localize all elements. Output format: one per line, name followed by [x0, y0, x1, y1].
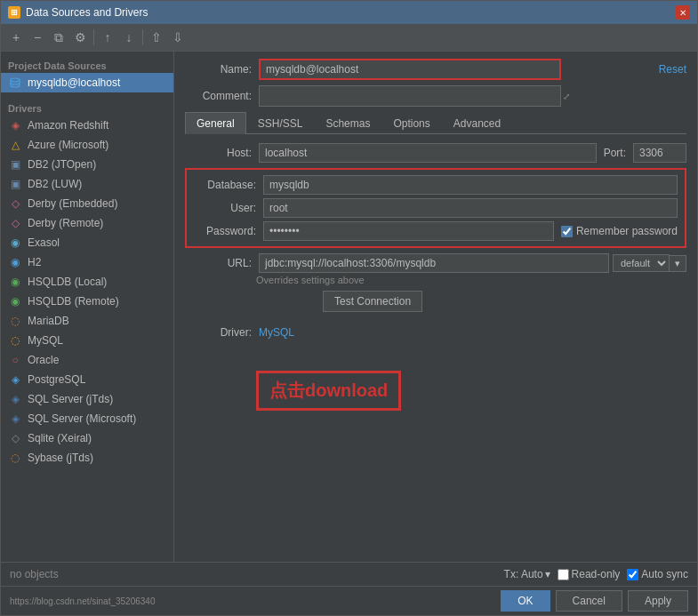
h2-icon: ◉ [8, 255, 22, 269]
url-input[interactable] [259, 253, 609, 273]
sidebar-item-postgresql[interactable]: ◈ PostgreSQL [1, 370, 173, 389]
db2-jtopen-icon: ▣ [8, 157, 22, 172]
driver-link[interactable]: MySQL [259, 326, 294, 339]
password-label: Password: [194, 225, 256, 237]
sidebar-item-mysql[interactable]: ◌ MySQL [1, 331, 173, 350]
sidebar-item-sqlserver-microsoft[interactable]: ◈ SQL Server (Microsoft) [1, 409, 173, 428]
overrides-text: Overrides settings above [256, 275, 686, 285]
comment-expand-icon[interactable]: ⤢ [563, 92, 570, 101]
add-button[interactable]: + [6, 28, 26, 47]
test-connection-button[interactable]: Test Connection [323, 291, 422, 312]
sidebar-item-h2[interactable]: ◉ H2 [1, 252, 173, 272]
comment-input[interactable] [259, 85, 561, 107]
toolbar-divider-2 [142, 29, 143, 45]
database-label: Database: [194, 179, 256, 191]
credentials-section: Database: User: Password: Remember passw… [185, 168, 686, 248]
hsqldb-remote-icon: ◉ [8, 294, 22, 308]
driver-label: HSQLDB (Remote) [28, 295, 119, 308]
url-driver-dropdown[interactable]: default [613, 254, 670, 272]
driver-label: MySQL [28, 334, 63, 347]
readonly-checkbox[interactable] [558, 569, 569, 580]
sidebar-item-mariadb[interactable]: ◌ MariaDB [1, 311, 173, 331]
autosync-checkbox[interactable] [627, 569, 638, 580]
tx-dropdown-arrow[interactable]: ▾ [545, 568, 550, 580]
sidebar-item-oracle[interactable]: ○ Oracle [1, 350, 173, 370]
action-bar: https://blog.csdn.net/sinat_35206340 OK … [1, 586, 697, 615]
sidebar-item-db2-luw[interactable]: ▣ DB2 (LUW) [1, 174, 173, 194]
project-item-label: mysqldb@localhost [28, 76, 120, 89]
title-bar: ⊞ Data Sources and Drivers ✕ [1, 1, 697, 24]
azure-icon: △ [8, 138, 22, 152]
db2-luw-icon: ▣ [8, 177, 22, 191]
remember-password-checkbox[interactable] [561, 226, 573, 237]
reset-link[interactable]: Reset [659, 63, 686, 76]
driver-label: Sqlite (Xeiral) [28, 432, 92, 444]
password-row: Password: Remember password [194, 221, 678, 241]
port-input[interactable] [633, 143, 686, 163]
port-label: Port: [604, 147, 626, 159]
tab-advanced[interactable]: Advanced [442, 112, 512, 134]
tab-sshssl[interactable]: SSH/SSL [246, 112, 315, 134]
driver-label: Exasol [28, 236, 60, 249]
autosync-label: Auto sync [627, 568, 688, 580]
settings-button[interactable]: ⚙ [70, 28, 90, 47]
driver-label: SQL Server (Microsoft) [28, 412, 136, 425]
driver-label-text: Driver: [185, 326, 252, 339]
user-input[interactable] [263, 198, 678, 218]
host-input[interactable] [259, 143, 597, 163]
apply-button[interactable]: Apply [628, 590, 688, 612]
tab-bar: General SSH/SSL Schemas Options Advanced [185, 112, 686, 134]
tab-schemas[interactable]: Schemas [314, 112, 381, 134]
sidebar-item-sqlite[interactable]: ◇ Sqlite (Xeiral) [1, 428, 173, 448]
sidebar-item-exasol[interactable]: ◉ Exasol [1, 233, 173, 252]
remove-button[interactable]: − [28, 28, 47, 47]
sidebar-item-hsqldb-remote[interactable]: ◉ HSQLDB (Remote) [1, 292, 173, 311]
copy-button[interactable]: ⧉ [49, 28, 68, 47]
sidebar-item-sqlserver-jtds[interactable]: ◈ SQL Server (jTds) [1, 389, 173, 409]
sidebar-item-hsqldb-local[interactable]: ◉ HSQLDB (Local) [1, 272, 173, 292]
toolbar-divider [93, 29, 94, 45]
driver-label: Amazon Redshift [28, 119, 108, 132]
driver-label: PostgreSQL [28, 373, 85, 386]
sidebar-project-item[interactable]: mysqldb@localhost [1, 73, 173, 92]
sidebar-item-derby-embedded[interactable]: ◇ Derby (Embedded) [1, 194, 173, 213]
password-input[interactable] [263, 221, 554, 241]
sidebar-item-amazon-redshift[interactable]: ◈ Amazon Redshift [1, 116, 173, 135]
ok-button[interactable]: OK [501, 590, 550, 612]
name-input[interactable] [259, 59, 561, 80]
main-window: ⊞ Data Sources and Drivers ✕ + − ⧉ ⚙ ↑ ↓… [0, 0, 698, 616]
up-button[interactable]: ↑ [98, 28, 117, 47]
sidebar-item-db2-jtopen[interactable]: ▣ DB2 (JTOpen) [1, 155, 173, 174]
cancel-button[interactable]: Cancel [556, 590, 622, 612]
sidebar: Project Data Sources mysqldb@localhost D… [1, 52, 174, 562]
tab-general[interactable]: General [185, 112, 246, 134]
svg-point-0 [11, 78, 20, 82]
tab-options[interactable]: Options [381, 112, 441, 134]
download-box[interactable]: 点击download [256, 371, 401, 411]
url-dropdown-arrow[interactable]: ▾ [669, 255, 686, 272]
import-button[interactable]: ⇧ [147, 28, 166, 47]
driver-label: SQL Server (jTds) [28, 393, 113, 405]
sidebar-item-sybase[interactable]: ◌ Sybase (jTds) [1, 448, 173, 468]
driver-label: Oracle [28, 354, 59, 366]
postgresql-icon: ◈ [8, 372, 22, 387]
exasol-icon: ◉ [8, 236, 22, 250]
hsqldb-local-icon: ◉ [8, 275, 22, 289]
sidebar-item-derby-remote[interactable]: ◇ Derby (Remote) [1, 213, 173, 233]
down-button[interactable]: ↓ [119, 28, 139, 47]
host-label: Host: [185, 147, 252, 159]
mysql-icon: ◌ [8, 333, 22, 348]
driver-row: Driver: MySQL [185, 326, 686, 339]
driver-label: Azure (Microsoft) [28, 139, 108, 151]
drivers-section-header: Drivers [1, 100, 173, 116]
export-button[interactable]: ⇩ [168, 28, 188, 47]
database-input[interactable] [263, 175, 678, 195]
url-label: URL: [185, 257, 252, 269]
sidebar-item-azure[interactable]: △ Azure (Microsoft) [1, 135, 173, 155]
amazon-redshift-icon: ◈ [8, 118, 22, 132]
derby-embedded-icon: ◇ [8, 196, 22, 211]
driver-label: DB2 (JTOpen) [28, 158, 96, 171]
driver-label: Derby (Embedded) [28, 197, 117, 210]
name-label: Name: [185, 63, 252, 76]
close-button[interactable]: ✕ [676, 5, 690, 20]
